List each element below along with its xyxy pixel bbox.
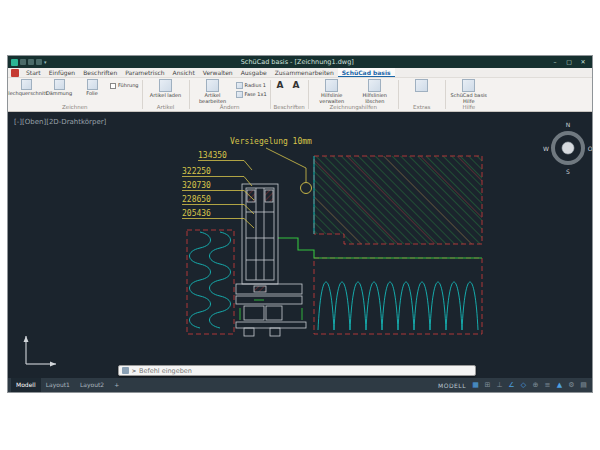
- menu-tab-sch-cad-basis[interactable]: SchüCad basis: [338, 68, 395, 77]
- ribbon-item-label: Führung: [118, 83, 139, 89]
- menu-tab-ausgabe[interactable]: Ausgabe: [237, 68, 271, 77]
- close-button[interactable]: ✕: [576, 56, 590, 68]
- menu-tab-verwalten[interactable]: Verwalten: [199, 68, 237, 77]
- ribbon-item-label: Blechquerschnitt: [8, 91, 47, 97]
- ribbon-group-hilfe: SchüCad basis HilfeHilfe: [446, 78, 492, 111]
- menu-tab-strip: StartEinfügenBeschriftenParametrischAnsi…: [22, 68, 395, 77]
- ribbon: BlechquerschnittDämmungFolieFührungZeich…: [8, 78, 592, 112]
- layout-tab-layout1[interactable]: Layout1: [41, 378, 75, 392]
- ribbon-item-label: Dämmung: [46, 91, 72, 97]
- folie-icon: [87, 79, 98, 90]
- seal-marker: [301, 183, 312, 194]
- ribbon-group-items: [402, 79, 442, 104]
- d-mmung-icon: [54, 79, 65, 90]
- ribbon-item-label: Hilfslinien löschen: [355, 93, 395, 104]
- menu-tab-parametrisch[interactable]: Parametrisch: [121, 68, 168, 77]
- ribbon-group-title: Zeichnen: [11, 104, 139, 111]
- folie-button[interactable]: Folie: [77, 79, 107, 97]
- annotations: Versiegelung 10mm 134350 322250 320730 2…: [182, 137, 312, 228]
- sch-cad-basis-hilfe-icon: [462, 79, 475, 92]
- ribbon-group-items: Artikel bearbeitenRadius 1Fase 1x1: [193, 79, 267, 104]
- command-input[interactable]: Befehl eingeben: [139, 367, 192, 375]
- ribbon-group-title: Hilfe: [449, 104, 489, 111]
- layout-tab-modell[interactable]: Modell: [11, 378, 41, 392]
- layout-tab-strip: ModellLayout1Layout2+: [11, 378, 124, 392]
- app-logo-icon[interactable]: [11, 59, 18, 66]
- compass-east-label: O: [588, 145, 592, 152]
- menu-tab-beschriften[interactable]: Beschriften: [79, 68, 121, 77]
- d-mmung-button[interactable]: Dämmung: [44, 79, 74, 97]
- polar-tracking-icon[interactable]: ∠: [506, 378, 517, 392]
- radius-1-button[interactable]: Radius 1: [236, 82, 267, 89]
- annotation-scale-icon[interactable]: ▲: [554, 378, 565, 392]
- viewport-controls[interactable]: [-][Oben][2D-Drahtkörper]: [14, 118, 107, 126]
- article-number: 322250: [182, 167, 211, 176]
- article-number: 320730: [182, 181, 211, 190]
- ribbon-group-title: Beschriften: [274, 104, 305, 111]
- desktop: ▾ SchüCad basis - [Zeichnung1.dwg] – ▢ ✕…: [0, 0, 600, 450]
- ribbon-group-items: AA: [274, 79, 305, 104]
- cad-drawing[interactable]: [-][Oben][2D-Drahtkörper]: [8, 112, 592, 378]
- ribbon-group-items: BlechquerschnittDämmungFolieFührung: [11, 79, 139, 104]
- window-title: SchüCad basis - [Zeichnung1.dwg]: [47, 58, 548, 66]
- article-number: 134350: [198, 151, 227, 160]
- hilfslinie-verwalten-button[interactable]: Hilfslinie verwalten: [312, 79, 352, 104]
- ribbon-item-label: Radius 1: [245, 83, 267, 89]
- artikel-bearbeiten-button[interactable]: Artikel bearbeiten: [193, 79, 233, 104]
- ribbon-group-title: Extras: [402, 104, 442, 111]
- save-icon[interactable]: [20, 59, 26, 65]
- workspace-gear-icon[interactable]: ⚙: [566, 378, 577, 392]
- a-button[interactable]: A: [290, 79, 303, 91]
- compass-west-label: W: [543, 145, 549, 152]
- extras-tool-button[interactable]: [402, 79, 442, 93]
- grid-icon[interactable]: ▦: [470, 378, 481, 392]
- article-number: 205436: [182, 209, 211, 218]
- ribbon-group-zeichnen: BlechquerschnittDämmungFolieFührungZeich…: [8, 78, 142, 111]
- insulation-left: [187, 230, 234, 334]
- a-icon: A: [274, 79, 287, 91]
- application-menu-icon[interactable]: [11, 69, 19, 77]
- snap-icon[interactable]: ⊞: [482, 378, 493, 392]
- menu-tab-einf-gen[interactable]: Einfügen: [45, 68, 79, 77]
- ribbon-group-items: SchüCad basis Hilfe: [449, 79, 489, 104]
- fase-1x1-button[interactable]: Fase 1x1: [236, 91, 267, 98]
- app-window: ▾ SchüCad basis - [Zeichnung1.dwg] – ▢ ✕…: [7, 55, 593, 393]
- quick-access-toolbar: ▾: [8, 59, 47, 66]
- ortho-icon[interactable]: ⊥: [494, 378, 505, 392]
- drawing-area[interactable]: [-][Oben][2D-Drahtkörper]: [8, 112, 592, 378]
- osnap-icon[interactable]: ◇: [518, 378, 529, 392]
- ribbon-item-label: Fase 1x1: [245, 92, 267, 98]
- customization-icon[interactable]: ▤: [578, 378, 589, 392]
- ribbon-item-label: Artikel bearbeiten: [193, 93, 233, 104]
- blechquerschnitt-button[interactable]: Blechquerschnitt: [11, 79, 41, 97]
- minimize-button[interactable]: –: [548, 56, 562, 68]
- menu-tab-ansicht[interactable]: Ansicht: [169, 68, 199, 77]
- ribbon-small-column: Radius 1Fase 1x1: [236, 79, 267, 98]
- menu-tab-start[interactable]: Start: [22, 68, 45, 77]
- radius-1-icon: [236, 82, 243, 89]
- customize-icon[interactable]: [122, 367, 129, 374]
- view-compass[interactable]: N S W O: [543, 121, 592, 175]
- lineweight-icon[interactable]: ≡: [542, 378, 553, 392]
- object-snap-tracking-icon[interactable]: ⊕: [530, 378, 541, 392]
- undo-icon[interactable]: [28, 59, 34, 65]
- f-hrung-button[interactable]: Führung: [110, 83, 139, 89]
- wall-hatch-block: [314, 156, 482, 244]
- compass-south-label: S: [566, 168, 570, 175]
- menu-tab-zusammenarbeiten[interactable]: Zusammenarbeiten: [271, 68, 338, 77]
- sch-cad-basis-hilfe-button[interactable]: SchüCad basis Hilfe: [449, 79, 489, 104]
- layout-tab-layout2[interactable]: Layout2: [75, 378, 109, 392]
- model-space-label[interactable]: MODELL: [438, 382, 466, 389]
- compass-north-label: N: [566, 121, 571, 128]
- redo-icon[interactable]: [36, 59, 42, 65]
- command-line[interactable]: > Befehl eingeben: [118, 365, 476, 376]
- layout-tab-[interactable]: +: [109, 378, 124, 392]
- ribbon-group-title: Zeichnungshilfen: [312, 104, 395, 111]
- artikel-laden-button[interactable]: Artikel laden: [146, 79, 186, 99]
- a-button[interactable]: A: [274, 79, 287, 91]
- command-prompt-icon: >: [132, 367, 136, 375]
- maximize-button[interactable]: ▢: [562, 56, 576, 68]
- ribbon-item-label: Hilfslinie verwalten: [312, 93, 352, 104]
- hilfslinien-l-schen-button[interactable]: Hilfslinien löschen: [355, 79, 395, 104]
- checkbox-icon[interactable]: [110, 83, 116, 89]
